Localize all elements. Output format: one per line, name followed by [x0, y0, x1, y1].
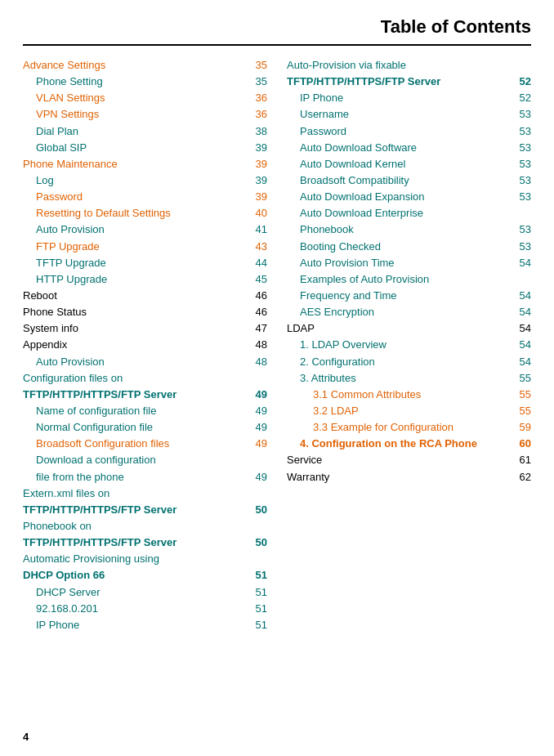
toc-page-number: 49: [244, 419, 267, 436]
toc-page-number: 53: [508, 239, 531, 255]
toc-label: Name of configuration file: [23, 403, 244, 419]
toc-page-number: 51: [244, 617, 267, 633]
toc-page-number: 54: [508, 288, 531, 304]
toc-entry: Phone Status46: [23, 304, 267, 320]
toc-page-number: 39: [244, 189, 267, 205]
toc-entry: Phonebook on: [23, 518, 267, 535]
toc-page-number: 49: [244, 403, 267, 419]
toc-entry: Booting Checked53: [287, 239, 531, 255]
toc-label: DHCP Option 66: [23, 567, 244, 584]
toc-entry: Auto Provision41: [23, 221, 267, 238]
toc-label: Advance Settings: [23, 57, 244, 74]
toc-label: Service: [287, 452, 508, 468]
toc-page-number: 55: [508, 387, 531, 403]
toc-entry: Auto Download Software53: [287, 140, 531, 156]
toc-page-number: 49: [244, 387, 267, 403]
toc-entry: Phone Setting35: [23, 74, 267, 90]
toc-label: Warranty: [287, 469, 508, 485]
toc-page-number: 40: [244, 205, 267, 221]
toc-entry: Auto Provision48: [23, 354, 267, 370]
right-column: Auto-Provision via fixableTFTP/HTTP/HTTP…: [287, 57, 531, 633]
toc-entry: Auto Provision Time54: [287, 255, 531, 271]
toc-page-number: 45: [244, 271, 267, 288]
toc-entry: Advance Settings35: [23, 57, 267, 74]
toc-label: Password: [287, 123, 508, 140]
toc-page-number: 52: [508, 90, 531, 106]
toc-entry: LDAP54: [287, 320, 531, 337]
toc-page-number: 49: [244, 469, 267, 485]
toc-entry: TFTP Upgrade44: [23, 255, 267, 271]
toc-label: DHCP Server: [23, 584, 244, 601]
toc-page-number: 39: [244, 172, 267, 189]
toc-entry: DHCP Option 6651: [23, 567, 267, 584]
toc-page-number: 53: [508, 221, 531, 238]
toc-entry: 3. Attributes55: [287, 370, 531, 387]
toc-page-number: 44: [244, 255, 267, 271]
toc-label: Log: [23, 172, 244, 189]
toc-page-number: 53: [508, 140, 531, 156]
toc-page-number: 48: [244, 337, 267, 353]
page-title: Table of Contents: [23, 16, 531, 46]
toc-entry: Auto Download Expansion53: [287, 189, 531, 205]
toc-label: Auto Download Software: [287, 140, 508, 156]
toc-entry: Frequency and Time54: [287, 288, 531, 304]
toc-entry: Examples of Auto Provision: [287, 271, 531, 288]
toc-entry: Download a configuration: [23, 452, 267, 468]
toc-entry: 3.1 Common Attributes55: [287, 387, 531, 403]
toc-entry: IP Phone52: [287, 90, 531, 106]
toc-entry: TFTP/HTTP/HTTPS/FTP Server52: [287, 74, 531, 90]
toc-entry: 3.3 Example for Configuration59: [287, 419, 531, 436]
toc-label: Username: [287, 106, 508, 123]
toc-page-number: 53: [508, 123, 531, 140]
toc-page-number: 53: [508, 189, 531, 205]
toc-label: FTP Upgrade: [23, 239, 244, 255]
toc-entry: Reboot46: [23, 288, 267, 304]
toc-label: HTTP Upgrade: [23, 271, 244, 288]
toc-label: LDAP: [287, 320, 508, 337]
toc-page-number: 54: [508, 337, 531, 353]
toc-page-number: 49: [244, 436, 267, 452]
toc-page-number: 43: [244, 239, 267, 255]
toc-label: TFTP/HTTP/HTTPS/FTP Server: [23, 535, 244, 551]
toc-page-number: 51: [244, 584, 267, 601]
toc-entry: VPN Settings36: [23, 106, 267, 123]
toc-entry: Configuration files on: [23, 370, 267, 387]
toc-label: System info: [23, 320, 244, 337]
toc-label: 3.1 Common Attributes: [287, 387, 508, 403]
toc-entry: Warranty62: [287, 469, 531, 485]
toc-entry: Password39: [23, 189, 267, 205]
toc-entry: Dial Plan38: [23, 123, 267, 140]
toc-label: Configuration files on: [23, 370, 244, 387]
toc-label: 3.3 Example for Configuration: [287, 419, 508, 436]
toc-entry: AES Encryption54: [287, 304, 531, 320]
toc-label: Appendix: [23, 337, 244, 353]
toc-label: Reboot: [23, 288, 244, 304]
footer-page-number: 4: [23, 731, 29, 743]
toc-label: Auto Download Enterprise: [287, 205, 508, 221]
toc-label: VLAN Settings: [23, 90, 244, 106]
toc-page-number: 48: [244, 354, 267, 370]
toc-entry: System info47: [23, 320, 267, 337]
toc-label: AES Encryption: [287, 304, 508, 320]
toc-entry: DHCP Server51: [23, 584, 267, 601]
toc-entry: TFTP/HTTP/HTTPS/FTP Server49: [23, 387, 267, 403]
toc-label: Phone Maintenance: [23, 156, 244, 172]
toc-page-number: 54: [508, 255, 531, 271]
toc-label: Phone Setting: [23, 74, 244, 90]
toc-page-number: 54: [508, 304, 531, 320]
toc-page-number: 39: [244, 156, 267, 172]
toc-label: 1. LDAP Overview: [287, 337, 508, 353]
toc-entry: 2. Configuration54: [287, 354, 531, 370]
toc-page-number: 35: [244, 57, 267, 74]
toc-label: Auto-Provision via fixable: [287, 57, 508, 74]
toc-entry: VLAN Settings36: [23, 90, 267, 106]
toc-label: Broadsoft Configuration files: [23, 436, 244, 452]
toc-page-number: 50: [244, 535, 267, 551]
toc-page-number: 52: [508, 74, 531, 90]
toc-entry: TFTP/HTTP/HTTPS/FTP Server50: [23, 535, 267, 551]
toc-entry: TFTP/HTTP/HTTPS/FTP Server50: [23, 502, 267, 518]
toc-page-number: 59: [508, 419, 531, 436]
toc-page-number: 53: [508, 172, 531, 189]
toc-label: Auto Download Expansion: [287, 189, 508, 205]
toc-label: 92.168.0.201: [23, 601, 244, 617]
